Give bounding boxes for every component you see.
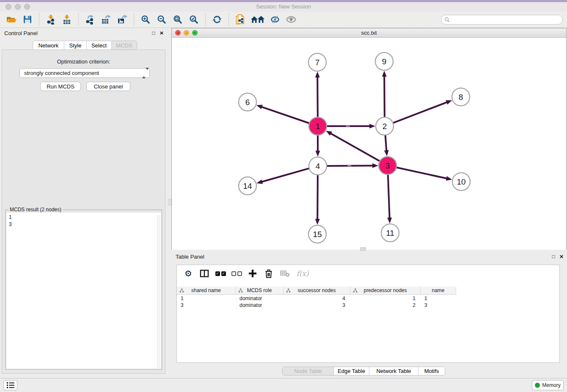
search-input[interactable] [450, 16, 562, 24]
cell-shared-name[interactable]: 3 [177, 302, 236, 309]
mcds-result-box[interactable]: 1 3 [6, 213, 161, 369]
run-mcds-button[interactable]: Run MCDS [40, 82, 81, 91]
hide-eye-icon [270, 14, 280, 25]
table-panel-float-icon[interactable]: □ [550, 254, 556, 259]
column-header-shared-name[interactable]: shared name [177, 287, 236, 295]
control-panel-header: Control Panel □ × [0, 29, 167, 39]
graph-edge-arrowhead [315, 219, 320, 225]
graph-edge-4-15[interactable] [317, 174, 318, 220]
export-image-button[interactable] [116, 13, 129, 26]
toolbar-separator [134, 13, 134, 26]
graph-edge-3-10[interactable] [396, 167, 447, 178]
graph-edge-2-3[interactable] [385, 135, 387, 151]
table-panel-close-icon[interactable]: × [559, 253, 564, 260]
graph-node-label: 11 [386, 229, 394, 237]
task-history-button[interactable] [3, 380, 17, 390]
result-scrollbar[interactable] [157, 215, 161, 368]
memory-button[interactable]: Memory [532, 380, 564, 390]
network-canvas[interactable]: 7968124314101511 [172, 38, 566, 250]
criterion-select[interactable]: strongly connected component [19, 68, 150, 78]
tab-style[interactable]: Style [64, 41, 87, 50]
control-panel-float-icon[interactable]: □ [151, 30, 157, 36]
graph-edge-2-8[interactable] [393, 102, 448, 123]
column-header-successor-nodes[interactable]: successor nodes [284, 287, 350, 295]
zoom-in-button[interactable] [139, 13, 152, 26]
graph-node-label: 9 [382, 57, 387, 66]
graph-edge-2-9[interactable] [384, 76, 385, 118]
import-network-button[interactable] [44, 13, 58, 26]
cell-predecessor-nodes[interactable]: 1 [350, 295, 421, 302]
checked-checkboxes-icon: ✓✓ [215, 271, 226, 276]
graph-edge-3-11[interactable] [388, 174, 390, 218]
cell-name[interactable]: 1 [421, 295, 456, 302]
export-network-button[interactable] [83, 13, 97, 26]
tab-network[interactable]: Network [33, 41, 64, 50]
select-all-columns-button[interactable]: ✓✓ [214, 268, 227, 279]
table-row[interactable]: 1 dominator 4 1 1 [177, 295, 456, 302]
graph-node-label: 15 [313, 230, 322, 239]
graph-node-label: 6 [245, 98, 250, 107]
search-box[interactable] [441, 15, 563, 25]
open-session-button[interactable] [5, 13, 18, 26]
import-table-icon [62, 14, 72, 25]
column-flow-icon [238, 288, 243, 293]
tab-mcds[interactable]: MCDS [112, 41, 137, 50]
clone-network-button[interactable] [234, 13, 247, 26]
hide-panels-button[interactable] [268, 13, 282, 26]
zoom-fit-button[interactable] [171, 13, 184, 26]
graph-edge-arrowhead [316, 151, 320, 157]
zoom-out-icon [157, 14, 167, 25]
tab-edge-table[interactable]: Edge Table [334, 367, 369, 375]
show-panels-button[interactable] [284, 13, 298, 26]
refresh-button[interactable] [210, 13, 224, 26]
table-panel-title: Table Panel [176, 254, 204, 260]
graph-node-label: 7 [315, 58, 320, 67]
column-header-predecessor-nodes[interactable]: predecessor nodes [350, 287, 421, 295]
tab-node-table[interactable]: Node Table [283, 367, 334, 375]
cell-mcds-role[interactable]: dominator [236, 295, 284, 302]
panel-splitter-grip-horizontal[interactable] [360, 247, 366, 251]
graph-edge-arrowhead [382, 71, 387, 77]
cell-shared-name[interactable]: 1 [177, 295, 236, 302]
cell-successor-nodes[interactable]: 4 [284, 295, 350, 302]
column-header-mcds-role[interactable]: MCDS role [236, 287, 284, 295]
trash-icon [264, 269, 273, 278]
deselect-all-columns-button[interactable] [230, 268, 243, 279]
cell-predecessor-nodes[interactable]: 2 [350, 302, 421, 309]
panel-splitter-grip-vertical[interactable] [168, 199, 171, 205]
graph-node-label: 4 [316, 162, 320, 171]
cell-successor-nodes[interactable]: 3 [284, 302, 350, 309]
graph-edge-arrowhead [446, 100, 452, 105]
save-session-button[interactable] [21, 13, 34, 26]
split-columns-button[interactable] [198, 268, 211, 279]
delete-row-button[interactable] [262, 268, 275, 279]
graph-node-label: 1 [316, 122, 320, 131]
tab-motifs[interactable]: Motifs [418, 367, 445, 375]
app-titlebar: Session: New Session [0, 2, 567, 11]
close-panel-button[interactable]: Close panel [86, 82, 130, 91]
table-toolbar: ⚙ ✓✓ [180, 268, 312, 279]
cell-name[interactable]: 3 [421, 302, 456, 309]
graph-node-label: 14 [243, 182, 252, 190]
graph-edge-arrowhead [369, 124, 375, 129]
table-settings-button[interactable]: ⚙ [182, 268, 195, 279]
control-panel-close-icon[interactable]: × [159, 29, 165, 36]
graph-edge-1-6[interactable] [261, 107, 310, 123]
zoom-out-button[interactable] [155, 13, 168, 26]
delete-table-button[interactable] [278, 268, 291, 279]
column-header-name[interactable]: name [421, 287, 456, 295]
add-row-button[interactable] [246, 268, 259, 279]
export-table-button[interactable] [99, 13, 113, 26]
zoom-selected-button[interactable] [187, 13, 201, 26]
tab-network-table[interactable]: Network Table [369, 367, 418, 375]
cell-mcds-role[interactable]: dominator [236, 302, 284, 309]
apply-function-button[interactable]: f(x) [295, 268, 311, 279]
graph-edge-3-1[interactable] [330, 133, 380, 161]
graph-edge-4-14[interactable] [261, 168, 310, 182]
network-window-title: scc.txt [172, 30, 566, 36]
graph-edge-1-7[interactable] [317, 77, 318, 118]
tab-select[interactable]: Select [87, 41, 112, 50]
home-button[interactable] [250, 13, 266, 26]
import-table-button[interactable] [60, 13, 74, 26]
table-row[interactable]: 3 dominator 3 2 3 [177, 302, 456, 309]
